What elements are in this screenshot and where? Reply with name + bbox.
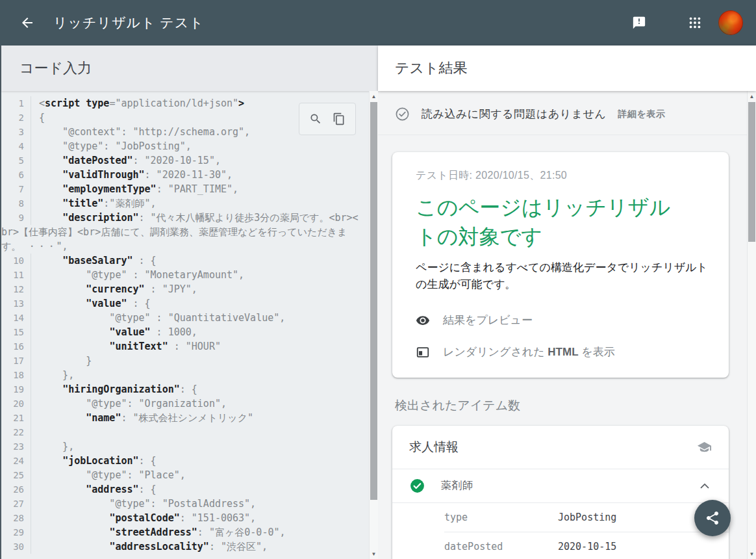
eye-icon [416,313,430,328]
code-line: 19 "hiringOrganization": { [1,382,360,396]
scroll-down-icon[interactable]: ▼ [370,549,378,558]
property-row-type: type JobPosting [444,503,729,532]
line-number: 6 [1,168,31,182]
school-icon [697,440,712,455]
apps-grid-icon[interactable] [687,15,703,31]
property-value: JobPosting [558,512,616,523]
code-line: 17 } [1,354,360,368]
code-line: 20 "@type": "Organization", [1,396,360,411]
code-lines: 1<script type="application/ld+json">2{3 … [1,96,378,554]
line-number: 1 [1,96,31,110]
test-results-header: テスト結果 [378,46,756,91]
test-results-panel: テスト結果 読み込みに関する問題はありません 詳細を表示 テスト日時: 2020… [378,46,756,559]
item-type-header: 求人情報 [392,426,729,469]
code-line: 11 "@type" : "MonetaryAmount", [1,268,360,282]
code-line: 21 "name": "株式会社シンメトリック" [1,411,360,425]
line-number: 19 [1,382,31,396]
detected-items-title: 検出されたアイテム数 [395,397,756,414]
code-line: 27 "@type": "PostalAddress", [1,497,360,511]
line-number: 28 [1,511,31,525]
code-line: 9 "description": "代々木八幡駅より徒歩3分の薬局です。<br>… [1,211,360,254]
editor-toolbar [299,103,356,135]
preview-results-label: 結果をプレビュー [443,313,533,328]
code-line: 4 "@type": "JobPosting", [1,139,360,153]
show-details-link[interactable]: 詳細を表示 [618,109,665,120]
detected-item-row[interactable]: 薬剤師 [392,469,729,502]
code-line: 23 }, [1,439,360,454]
code-line: 12 "currency" : "JPY", [1,282,360,296]
line-number: 5 [1,153,31,168]
code-line: 15 "value" : 1000, [1,325,360,339]
line-number: 3 [1,125,31,139]
view-rendered-html-button[interactable]: レンダリングされた HTML を表示 [416,344,711,359]
line-number: 23 [1,439,31,454]
code-line: 13 "value" : { [1,296,360,311]
code-line: 26 "address": { [1,482,360,497]
copy-icon[interactable] [333,112,346,125]
result-headline: このページはリッチリザルトの対象です [416,193,682,252]
line-number: 30 [1,540,31,554]
code-line: 28 "postalCode": "151-0063", [1,511,360,525]
code-line: 5 "datePosted": "2020-10-15", [1,153,360,168]
scrollbar-thumb[interactable] [370,102,377,500]
line-number: 18 [1,368,31,382]
test-datetime: テスト日時: 2020/10/15、21:50 [416,169,711,183]
line-number: 24 [1,454,31,468]
line-number: 7 [1,182,31,196]
code-input-header: コード入力 [1,46,378,91]
result-description: ページに含まれるすべての構造化データでリッチリザルトの生成が可能です。 [416,259,711,293]
line-number: 11 [1,268,31,282]
detected-item-label: 薬剤師 [441,479,473,493]
share-icon [705,510,720,526]
code-input-panel: コード入力 1<script type="application/ld+json… [1,46,378,559]
line-number: 8 [1,196,31,211]
check-circle-icon [409,478,425,494]
line-number: 27 [1,497,31,511]
line-number: 9 [1,211,31,225]
line-number: 22 [1,425,31,439]
line-number: 16 [1,339,31,354]
page-title: リッチリザルト テスト [53,14,204,32]
scrollbar-thumb[interactable] [748,102,755,242]
scroll-up-icon[interactable]: ▲ [370,92,378,101]
back-button[interactable] [18,14,36,32]
topbar: リッチリザルト テスト [0,0,756,46]
avatar[interactable] [718,10,743,35]
code-line: 14 "@type" : "QuantitativeValue", [1,311,360,325]
code-line: 30 "addressLocality": "渋谷区", [1,540,360,554]
code-line: 25 "@type": "Place", [1,468,360,482]
preview-results-button[interactable]: 結果をプレビュー [416,313,711,328]
scroll-down-icon[interactable]: ▼ [748,549,756,558]
test-results-title: テスト結果 [395,58,468,78]
code-line: 16 "unitText" : "HOUR" [1,339,360,354]
results-scrollbar[interactable]: ▲ ▼ [747,91,756,559]
share-button[interactable] [694,500,731,536]
arrow-back-icon [19,15,35,31]
result-card: テスト日時: 2020/10/15、21:50 このページはリッチリザルトの対象… [392,152,729,378]
property-name: datePosted [444,541,558,552]
results-scroll-area: 読み込みに関する問題はありません 詳細を表示 テスト日時: 2020/10/15… [378,91,756,559]
browser-icon [416,345,430,359]
code-line: 6 "validThrough": "2020-11-30", [1,168,360,182]
line-number: 14 [1,311,31,325]
check-circle-outline-icon [395,107,410,122]
code-line: 24 "jobLocation": { [1,454,360,468]
line-number: 2 [1,110,31,125]
code-line: 29 "streetAddress": "富ヶ谷0-0-0", [1,525,360,540]
item-type-label: 求人情報 [409,439,459,456]
property-row-dateposted: datePosted 2020-10-15 [444,532,729,559]
chevron-up-icon[interactable] [698,479,712,493]
detected-items-card: 求人情報 薬剤師 [392,426,729,559]
line-number: 13 [1,296,31,311]
view-rendered-html-label: レンダリングされた HTML を表示 [443,344,615,359]
code-line: 8 "title":"薬剤師", [1,196,360,211]
line-number: 20 [1,396,31,411]
line-number: 29 [1,525,31,540]
scroll-up-icon[interactable]: ▲ [748,92,756,101]
code-scrollbar[interactable]: ▲ ▼ [369,91,378,559]
search-icon[interactable] [309,112,322,125]
code-editor[interactable]: 1<script type="application/ld+json">2{3 … [1,91,378,559]
feedback-icon[interactable] [631,15,647,31]
property-name: type [444,512,558,523]
crawl-status-text: 読み込みに関する問題はありません [422,107,606,122]
